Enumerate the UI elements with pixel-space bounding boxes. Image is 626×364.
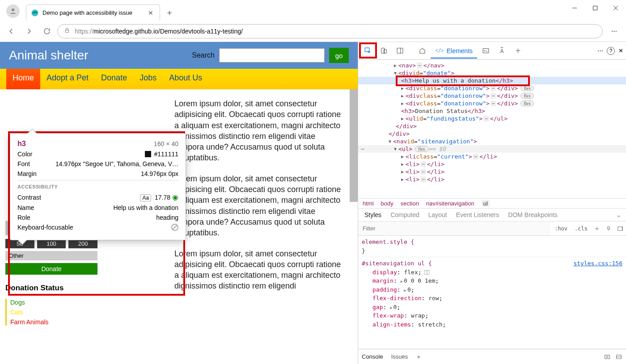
window-maximize-button[interactable] <box>585 0 605 16</box>
site-title: Animal shelter <box>9 48 192 63</box>
styles-tabbar: Styles Computed Layout Event Listeners D… <box>358 209 626 222</box>
window-close-button[interactable] <box>605 0 626 16</box>
nav-donate[interactable]: Donate <box>95 69 133 89</box>
svg-rect-9 <box>384 50 386 54</box>
paragraph: Lorem ipsum dolor, sit amet consectetur … <box>174 173 344 238</box>
console-tab-icon[interactable] <box>478 44 493 58</box>
paragraph: Lorem ipsum dolor, sit amet consectetur … <box>174 248 344 292</box>
flex-grid-icon[interactable] <box>424 270 430 275</box>
window-minimize-button[interactable] <box>564 0 585 16</box>
svg-rect-10 <box>397 48 403 53</box>
color-swatch-icon <box>145 151 151 157</box>
dock-side-button[interactable] <box>392 44 407 58</box>
svg-point-0 <box>12 8 14 11</box>
search-go-button[interactable]: go <box>329 48 349 63</box>
tab-elements[interactable]: </>Elements <box>431 44 477 58</box>
welcome-tab-icon[interactable] <box>415 44 430 58</box>
svg-rect-19 <box>605 355 610 359</box>
chevron-down-icon[interactable]: ⌄ <box>616 211 622 218</box>
collapse-drawer-icon[interactable] <box>615 353 622 360</box>
drawer-issues-tab[interactable]: Issues <box>391 353 408 360</box>
devtools-panel: </>Elements ⋯ ? ✕ ▶<nav>⋯</nav> ▼<div id… <box>358 42 626 364</box>
donate-amount-200[interactable]: 200 <box>68 239 97 248</box>
edge-favicon-icon <box>31 9 39 17</box>
status-farm[interactable]: Farm Animals <box>10 318 97 326</box>
donation-status-heading: Donation Status <box>5 284 97 293</box>
search-label: Search <box>192 51 215 59</box>
check-icon: ◉ <box>172 193 178 201</box>
tab-event-listeners[interactable]: Event Listeners <box>456 211 499 218</box>
tab-dom-breakpoints[interactable]: DOM Breakpoints <box>508 211 557 218</box>
nav-home[interactable]: Home <box>6 69 40 89</box>
breadcrumb-trail[interactable]: htmlbodysectionnav#sitenavigationul <box>358 198 626 209</box>
devtools-more-button[interactable]: ⋯ <box>597 47 603 54</box>
drawer-add-tab[interactable]: ＋ <box>416 353 422 361</box>
back-button[interactable] <box>4 24 19 39</box>
tab-close-icon[interactable]: ✕ <box>146 8 155 17</box>
forward-button[interactable] <box>21 24 37 39</box>
svg-rect-7 <box>365 48 369 52</box>
lock-icon <box>64 27 70 35</box>
page-scrollbar[interactable] <box>350 89 358 202</box>
styles-rules[interactable]: element.style { } styles.css:156#sitenav… <box>358 236 626 349</box>
dom-tree[interactable]: ▶<nav>⋯</nav> ▼<div id="donate"> <h3>Hel… <box>358 60 626 198</box>
url-text: https://microsoftedge.github.io/Demos/de… <box>75 28 243 35</box>
tooltip-dims: 160 × 40 <box>154 140 178 147</box>
tab-computed[interactable]: Computed <box>390 211 419 218</box>
tab-styles[interactable]: Styles <box>364 211 381 218</box>
devtools-close-button[interactable]: ✕ <box>618 47 623 54</box>
svg-rect-12 <box>483 49 489 53</box>
top-nav: Home Adopt a Pet Donate Jobs About Us <box>0 69 358 89</box>
site-header: Animal shelter Search go <box>0 42 358 69</box>
nav-about[interactable]: About Us <box>163 69 208 89</box>
expand-icon[interactable] <box>604 353 611 360</box>
device-classes-icon[interactable] <box>614 226 626 232</box>
not-focusable-icon <box>171 224 178 231</box>
status-dogs[interactable]: Dogs <box>10 299 97 306</box>
donate-amount-other[interactable]: Other <box>5 251 97 260</box>
source-link[interactable]: styles.css:156 <box>573 259 622 268</box>
devtools-help-button[interactable]: ? <box>607 47 615 55</box>
profile-avatar[interactable] <box>6 4 20 18</box>
cls-toggle[interactable]: .cls <box>571 226 591 232</box>
drawer-console-tab[interactable]: Console <box>362 353 383 360</box>
new-tab-button[interactable]: ＋ <box>163 4 176 21</box>
svg-rect-3 <box>593 6 597 10</box>
tab-title: Demo page with accessibility issue <box>42 9 143 16</box>
paragraph: Lorem ipsum dolor, sit amet consectetur … <box>174 98 344 163</box>
new-rule-button[interactable] <box>591 226 603 232</box>
inspect-tooltip: h3160 × 40 Color#111111 Font14.976px "Se… <box>10 133 186 240</box>
donate-amount-100[interactable]: 100 <box>37 239 66 248</box>
pin-icon[interactable] <box>603 226 614 232</box>
donate-button[interactable]: Donate <box>5 263 97 275</box>
more-tabs-button[interactable] <box>510 44 525 58</box>
reload-button[interactable] <box>39 24 55 39</box>
status-cats[interactable]: Cats <box>10 309 97 316</box>
nav-jobs[interactable]: Jobs <box>133 69 163 89</box>
svg-rect-6 <box>66 30 69 32</box>
inspect-element-button[interactable] <box>360 44 375 58</box>
tab-layout[interactable]: Layout <box>428 211 447 218</box>
address-bar[interactable]: https://microsoftedge.github.io/Demos/de… <box>57 24 603 38</box>
browser-tab[interactable]: Demo page with accessibility issue ✕ <box>26 4 160 21</box>
nav-adopt[interactable]: Adopt a Pet <box>40 69 95 89</box>
sources-tab-icon[interactable] <box>494 44 509 58</box>
search-input[interactable] <box>219 48 325 63</box>
tooltip-tag: h3 <box>17 140 26 148</box>
browser-menu-button[interactable]: ⋯ <box>605 28 622 34</box>
styles-filter-input[interactable] <box>358 222 551 235</box>
device-toolbar-button[interactable] <box>376 44 391 58</box>
hov-toggle[interactable]: :hov <box>551 226 571 232</box>
